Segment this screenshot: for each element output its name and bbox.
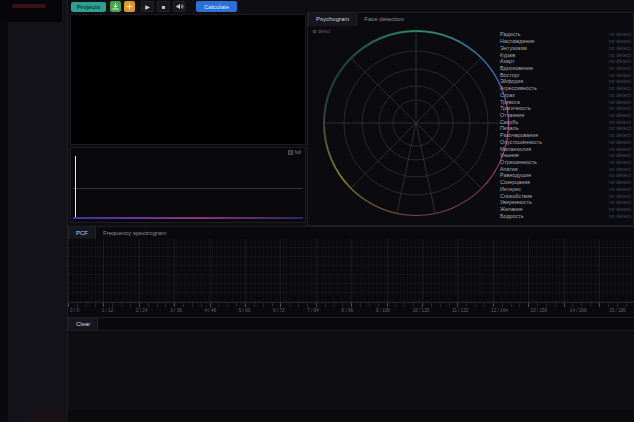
time-axis-label: 15 / 180 bbox=[609, 308, 626, 313]
emotion-value: no detect bbox=[609, 58, 631, 64]
emotion-value: no detect bbox=[609, 72, 631, 78]
time-axis-label: 5 / 60 bbox=[239, 308, 251, 313]
emotion-value: no detect bbox=[609, 105, 631, 111]
emotion-value: no detect bbox=[609, 125, 631, 131]
emotion-value: no detect bbox=[609, 146, 631, 152]
emotion-label: Уныние bbox=[500, 152, 519, 158]
time-axis-label: 9 / 108 bbox=[376, 308, 390, 313]
sidebar-footer-strip bbox=[28, 414, 68, 422]
time-axis-label: 10 / 120 bbox=[413, 308, 430, 313]
emotion-label: Страх bbox=[500, 92, 515, 98]
app-window: { "toolbar": { "projects_button": "Proje… bbox=[0, 0, 634, 422]
emotion-label: Трагичность bbox=[500, 105, 531, 111]
play-icon: ▶ bbox=[145, 2, 150, 12]
emotion-label: Наслаждение bbox=[500, 38, 534, 44]
emotion-value: no detect bbox=[609, 92, 631, 98]
audio-button[interactable] bbox=[173, 1, 186, 12]
tab-pcf[interactable]: PCF bbox=[68, 227, 96, 239]
emotion-row: Тревога no detect bbox=[500, 98, 631, 105]
emotion-row: Радость no detect bbox=[500, 31, 631, 38]
emotion-label: Опустошённость bbox=[500, 139, 542, 145]
waveform-accent-line bbox=[73, 217, 303, 219]
emotion-value: no detect bbox=[609, 52, 631, 58]
time-axis-label: 4 / 48 bbox=[205, 308, 217, 313]
full-checkbox-label: full bbox=[295, 149, 301, 155]
emotion-label: Желание bbox=[500, 206, 523, 212]
emotion-label: Печаль bbox=[500, 125, 518, 131]
time-axis-ticks bbox=[68, 303, 634, 307]
emotion-label: Скорбь bbox=[500, 119, 518, 125]
emotion-label: Радость bbox=[500, 31, 521, 37]
emotion-row: Агрессивность no detect bbox=[500, 85, 631, 92]
time-axis-label: 3 / 36 bbox=[170, 308, 182, 313]
stop-icon: ■ bbox=[162, 2, 166, 12]
emotion-value: no detect bbox=[609, 78, 631, 84]
emotion-label: Бодрость bbox=[500, 213, 524, 219]
time-axis-label: 1 / 12 bbox=[102, 308, 114, 313]
emotion-row: Скорбь no detect bbox=[500, 118, 631, 125]
emotion-label: Кураж bbox=[500, 52, 515, 58]
full-checkbox[interactable] bbox=[288, 150, 293, 155]
emotion-row: Отчаяние no detect bbox=[500, 112, 631, 119]
time-axis-label: 0 / 0 bbox=[70, 308, 79, 313]
open-button[interactable] bbox=[124, 1, 135, 12]
sidebar-edge-strip bbox=[0, 0, 8, 422]
sidebar-header bbox=[0, 0, 62, 22]
clear-button[interactable]: Clear bbox=[68, 318, 98, 330]
emotion-row: Равнодушие no detect bbox=[500, 172, 631, 179]
time-axis-label: 8 / 96 bbox=[342, 308, 354, 313]
psychogram-polar-grid bbox=[323, 30, 509, 216]
emotion-value: no detect bbox=[609, 213, 631, 219]
play-button[interactable]: ▶ bbox=[141, 1, 154, 12]
psychogram-tabbar: Psychogram Face detection bbox=[308, 13, 633, 26]
emotion-label: Равнодушие bbox=[500, 172, 531, 178]
save-icon bbox=[112, 3, 119, 10]
waveform-centerline bbox=[73, 188, 303, 189]
emotion-row: Апатия no detect bbox=[500, 165, 631, 172]
emotion-value: no detect bbox=[609, 159, 631, 165]
tab-psychogram[interactable]: Psychogram bbox=[308, 13, 357, 26]
tab-face-detection[interactable]: Face detection bbox=[357, 13, 410, 26]
emotion-label: Эйфория bbox=[500, 78, 523, 84]
projects-button[interactable]: Projects bbox=[71, 2, 106, 12]
emotion-label: Восторг bbox=[500, 72, 520, 78]
emotion-value: no detect bbox=[609, 132, 631, 138]
video-preview bbox=[70, 14, 306, 145]
detect-checkbox[interactable] bbox=[313, 30, 316, 33]
emotion-value: no detect bbox=[609, 199, 631, 205]
emotion-value: no detect bbox=[609, 99, 631, 105]
waveform-playhead[interactable] bbox=[75, 156, 76, 217]
emotion-row: Опустошённость no detect bbox=[500, 139, 631, 146]
tab-frequency-spectrogram[interactable]: Frequency spectrogram bbox=[96, 227, 173, 239]
emotion-label: Агрессивность bbox=[500, 85, 537, 91]
save-button[interactable] bbox=[110, 1, 121, 12]
emotion-row: Трагичность no detect bbox=[500, 105, 631, 112]
emotion-value: no detect bbox=[609, 139, 631, 145]
emotion-value: no detect bbox=[609, 172, 631, 178]
emotion-label: Интерес bbox=[500, 186, 521, 192]
emotion-row: Уверенность no detect bbox=[500, 199, 631, 206]
emotion-value: no detect bbox=[609, 193, 631, 199]
time-axis-labels: 0 / 01 / 122 / 243 / 364 / 485 / 606 / 7… bbox=[70, 308, 626, 313]
emotion-value: no detect bbox=[609, 152, 631, 158]
stop-button[interactable]: ■ bbox=[157, 1, 170, 12]
emotion-label: Отчаяние bbox=[500, 112, 524, 118]
emotion-value: no detect bbox=[609, 45, 631, 51]
time-axis-label: 12 / 144 bbox=[491, 308, 508, 313]
calculate-button[interactable]: Calculate bbox=[196, 1, 237, 12]
full-checkbox-row[interactable]: full bbox=[288, 149, 301, 155]
emotion-value: no detect bbox=[609, 38, 631, 44]
app-logo bbox=[12, 4, 46, 8]
time-axis-label: 7 / 84 bbox=[307, 308, 319, 313]
emotion-value: no detect bbox=[609, 119, 631, 125]
waveform-panel: full bbox=[70, 147, 306, 223]
emotion-value: no detect bbox=[609, 186, 631, 192]
emotion-row: Азарт no detect bbox=[500, 58, 631, 65]
emotion-label: Разочарование bbox=[500, 132, 538, 138]
spectrogram-panel: PCF Frequency spectrogram 0 / 01 / 122 /… bbox=[68, 226, 634, 318]
add-icon bbox=[126, 3, 133, 10]
psychogram-panel: Psychogram Face detection detect Радость… bbox=[307, 12, 634, 226]
waveform-canvas[interactable] bbox=[73, 156, 303, 219]
emotion-row: Наслаждение no detect bbox=[500, 38, 631, 45]
spectrogram-tabbar: PCF Frequency spectrogram bbox=[68, 227, 634, 239]
